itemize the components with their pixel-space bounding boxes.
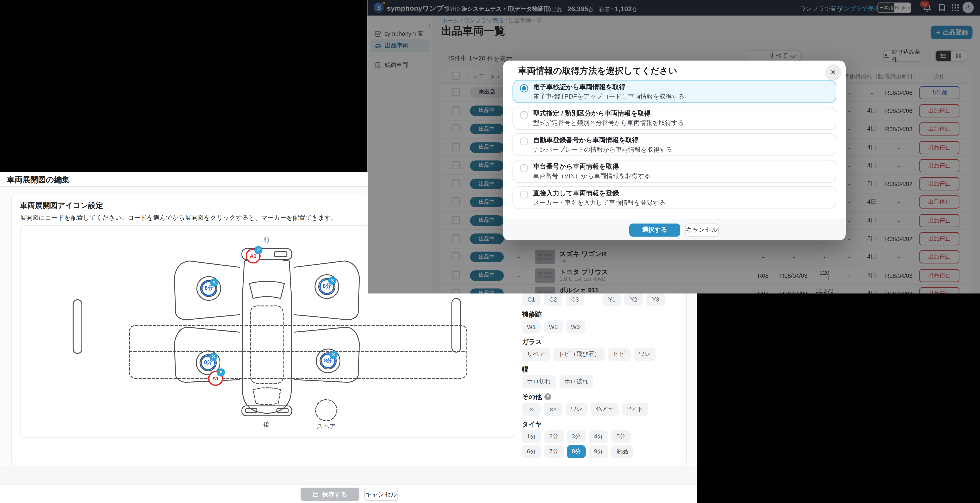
close-icon[interactable]: ✕ — [825, 64, 841, 81]
editor-footer-gap — [0, 467, 697, 484]
diagram-settings-heading: 車両展開図アイコン設定 — [20, 200, 103, 211]
tire-grade-chip[interactable]: 3分 — [567, 430, 586, 443]
option-title: 自動車登録番号から車両情報を取得 — [533, 135, 672, 145]
remove-marker-icon[interactable]: ✕ — [217, 368, 225, 376]
remove-marker-icon[interactable]: ✕ — [329, 351, 337, 359]
modal-options: 電子車検証から車両情報を取得 電子車検証PDFをアップロードし車両情報を取得する… — [512, 80, 836, 213]
acquisition-option[interactable]: 電子車検証から車両情報を取得 電子車検証PDFをアップロードし車両情報を取得する — [512, 80, 836, 103]
code-chip[interactable]: ホロ切れ — [522, 375, 556, 388]
option-title: 型式指定 / 類別区分から車両情報を取得 — [533, 109, 684, 119]
save-button-label: 保存する — [322, 490, 347, 498]
acquisition-method-modal: 車両情報の取得方法を選択してください ✕ 電子車検証から車両情報を取得 電子車検… — [503, 60, 846, 240]
tire-grade-chip[interactable]: 7分 — [544, 445, 563, 458]
tire-grade-chip[interactable]: 6分 — [522, 445, 541, 458]
tire-grade-chip[interactable]: 1分 — [522, 430, 541, 443]
option-title: 電子車検証から車両情報を取得 — [533, 82, 685, 92]
code-chip[interactable]: Y1 — [603, 293, 621, 306]
tire-label: タイヤ — [522, 420, 542, 429]
code-chip[interactable]: ワレ — [633, 348, 656, 361]
diagram-spare-label: スペア — [317, 422, 336, 431]
save-button[interactable]: 保存する — [301, 487, 360, 501]
option-description: ナンバープレートの情報から車両情報を取得する — [533, 145, 672, 154]
tire-grade-chip[interactable]: 4分 — [589, 430, 608, 443]
damage-code-marker[interactable]: A1 ✕ — [246, 248, 261, 263]
editor-window-title: 車両展開図の編集 — [7, 175, 70, 186]
tire-grade-chip[interactable]: 新品 — [611, 445, 633, 458]
other-label: その他? — [522, 393, 551, 401]
modal-footer: 選択する キャンセル — [503, 219, 846, 240]
tire-grade-chip[interactable]: 8分 — [567, 445, 586, 458]
repair-label: 補修跡 — [522, 310, 541, 319]
option-description: メーカー・車名を入力して車両情報を登録する — [533, 198, 665, 207]
code-chip[interactable]: ×× — [544, 403, 563, 416]
option-description: 電子車検証PDFをアップロードし車両情報を取得する — [533, 92, 685, 101]
tire-condition-marker[interactable]: 8分 ✕ — [201, 281, 216, 296]
code-chip[interactable]: Y3 — [646, 293, 665, 306]
radio-icon[interactable] — [520, 190, 528, 198]
remove-marker-icon[interactable]: ✕ — [209, 353, 217, 361]
acquisition-option[interactable]: 自動車登録番号から車両情報を取得 ナンバープレートの情報から車両情報を取得する — [512, 133, 836, 156]
code-chip[interactable]: Pアト — [622, 403, 648, 416]
remove-marker-icon[interactable]: ✕ — [255, 246, 262, 254]
diagram-settings-description: 展開図にコードを配置してください。コードを選んでから展開図をクリックすると、マー… — [20, 214, 337, 222]
option-description: 車台番号（VIN）から車両情報を取得する — [533, 172, 651, 180]
tire-grade-chip[interactable]: 5分 — [611, 430, 630, 443]
code-chip[interactable]: Y2 — [624, 293, 643, 306]
marker-label: A1 — [250, 253, 256, 259]
diagram-front-label: 前 — [263, 235, 269, 244]
tire-condition-marker[interactable]: 8分 ✕ — [321, 353, 336, 368]
code-chip[interactable]: トビ（飛び石） — [553, 348, 605, 361]
glass-label: ガラス — [522, 338, 542, 347]
remove-marker-icon[interactable]: ✕ — [328, 276, 336, 284]
code-chip[interactable]: C3 — [566, 293, 584, 306]
radio-icon[interactable] — [520, 84, 528, 92]
tire-grade-chip[interactable]: 9分 — [589, 445, 608, 458]
code-chip[interactable]: ヒビ — [608, 348, 630, 361]
code-chip[interactable]: ホロ破れ — [559, 375, 593, 388]
help-icon[interactable]: ? — [544, 394, 551, 400]
marker-label: A1 — [212, 375, 219, 382]
acquisition-option[interactable]: 直接入力して車両情報を登録 メーカー・車名を入力して車両情報を登録する — [512, 186, 836, 209]
option-title: 車台番号から車両情報を取得 — [533, 162, 651, 171]
editor-footer: 保存する キャンセル — [0, 484, 697, 503]
code-chip[interactable]: C2 — [544, 293, 563, 306]
acquisition-option[interactable]: 型式指定 / 類別区分から車両情報を取得 型式指定番号と類別区分番号から車両情報… — [512, 106, 836, 129]
other-label-text: その他 — [522, 393, 542, 400]
acquisition-option[interactable]: 車台番号から車両情報を取得 車台番号（VIN）から車両情報を取得する — [512, 159, 836, 182]
radio-icon[interactable] — [520, 111, 528, 119]
code-chip[interactable]: 色アセ — [591, 403, 619, 416]
code-chip[interactable]: W1 — [522, 320, 541, 333]
save-icon — [313, 491, 319, 497]
listing-app-window: S symphonyワンプラ. 自社ID 2 ■システムテスト用(データ検証用)… — [368, 0, 980, 294]
tire-condition-marker[interactable]: 8分 ✕ — [200, 355, 216, 370]
code-chip[interactable]: × — [522, 403, 541, 416]
modal-cancel-button[interactable]: キャンセル — [685, 223, 719, 236]
code-chip[interactable]: C1 — [522, 293, 541, 306]
option-title: 直接入力して車両情報を登録 — [533, 189, 665, 198]
damage-code-marker[interactable]: A1 ✕ — [208, 371, 223, 386]
modal-title: 車両情報の取得方法を選択してください — [518, 65, 677, 77]
hood-label: 幌 — [522, 365, 528, 374]
diagram-rear-label: 後 — [263, 420, 269, 429]
option-description: 型式指定番号と類別区分番号から車両情報を取得する — [533, 119, 684, 127]
code-chip[interactable]: リペア — [522, 348, 550, 361]
radio-icon[interactable] — [520, 137, 528, 145]
tire-condition-marker[interactable]: 8分 ✕ — [320, 279, 334, 294]
radio-icon[interactable] — [520, 164, 528, 172]
editor-cancel-button[interactable]: キャンセル — [364, 487, 398, 501]
select-button[interactable]: 選択する — [629, 223, 680, 236]
tire-grade-chip[interactable]: 2分 — [544, 430, 563, 443]
code-chip[interactable]: W2 — [544, 320, 563, 333]
remove-marker-icon[interactable]: ✕ — [210, 278, 218, 287]
code-chip[interactable]: W3 — [566, 320, 585, 333]
code-chip[interactable]: ワレ — [566, 403, 588, 416]
